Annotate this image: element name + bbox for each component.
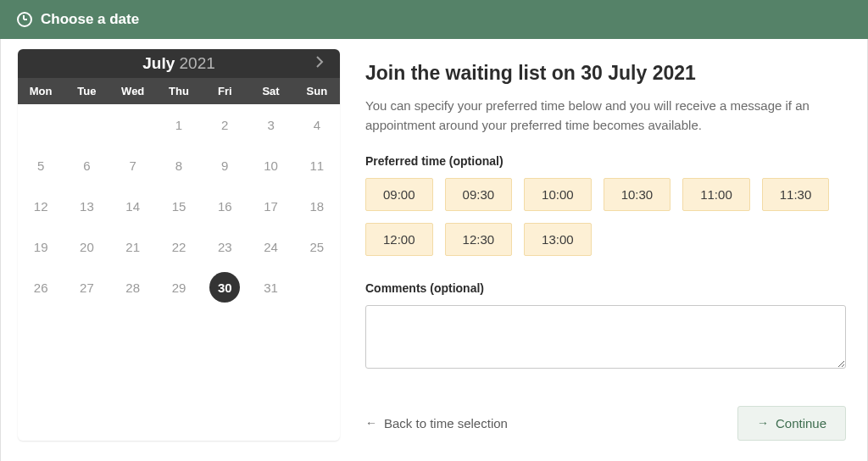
calendar-day-label: 29 xyxy=(172,280,186,295)
continue-button[interactable]: → Continue xyxy=(737,406,846,441)
calendar-weekdays: MonTueWedThuFriSatSun xyxy=(18,78,340,104)
calendar-day-17[interactable]: 17 xyxy=(248,186,293,226)
next-month-button[interactable] xyxy=(316,56,325,71)
calendar-day-label: 16 xyxy=(218,199,232,214)
clock-icon xyxy=(17,12,32,27)
weekday-header: Mon xyxy=(18,78,64,104)
calendar-day-2[interactable]: 2 xyxy=(202,104,248,145)
calendar-day-4[interactable]: 4 xyxy=(294,104,340,145)
calendar-day-31[interactable]: 31 xyxy=(248,267,293,308)
calendar-day-label: 5 xyxy=(37,158,44,173)
weekday-header: Tue xyxy=(64,78,109,104)
continue-button-label: Continue xyxy=(776,416,826,430)
calendar-day-label: 2 xyxy=(221,118,228,132)
calendar-day-label: 19 xyxy=(34,240,48,254)
calendar-day-28[interactable]: 28 xyxy=(110,267,156,308)
calendar-day-20[interactable]: 20 xyxy=(64,226,109,267)
time-option-0930[interactable]: 09:30 xyxy=(445,178,513,211)
calendar-day-26[interactable]: 26 xyxy=(18,267,64,308)
calendar-day-label: 18 xyxy=(310,199,325,214)
page-header: Choose a date xyxy=(0,0,868,39)
chevron-right-icon xyxy=(316,56,325,68)
comments-label: Comments (optional) xyxy=(365,281,846,295)
calendar-day-5[interactable]: 5 xyxy=(18,145,64,186)
calendar-day-label: 13 xyxy=(80,199,94,214)
calendar-day-21[interactable]: 21 xyxy=(110,226,156,267)
time-option-1130[interactable]: 11:30 xyxy=(762,178,830,211)
time-option-1000[interactable]: 10:00 xyxy=(524,178,592,211)
back-link[interactable]: ← Back to time selection xyxy=(365,416,508,430)
calendar-day-label: 27 xyxy=(80,280,94,295)
calendar-day-label: 1 xyxy=(175,118,182,132)
calendar: July 2021 MonTueWedThuFriSatSun 12345678… xyxy=(18,49,340,441)
calendar-day-9[interactable]: 9 xyxy=(202,145,248,186)
back-link-label: Back to time selection xyxy=(384,416,508,430)
calendar-day-label: 20 xyxy=(80,240,94,254)
calendar-day-label: 23 xyxy=(218,240,232,254)
calendar-day-13[interactable]: 13 xyxy=(64,186,109,226)
calendar-day-8[interactable]: 8 xyxy=(156,145,202,186)
calendar-day-27[interactable]: 27 xyxy=(64,267,109,308)
calendar-day-label: 7 xyxy=(130,158,136,173)
time-option-1230[interactable]: 12:30 xyxy=(445,223,513,256)
waiting-list-panel: Join the waiting list on 30 July 2021 Yo… xyxy=(365,49,850,441)
header-title: Choose a date xyxy=(41,11,139,28)
arrow-left-icon: ← xyxy=(365,416,377,430)
calendar-day-label: 6 xyxy=(83,158,90,173)
calendar-day-label: 22 xyxy=(172,240,186,254)
calendar-day-label: 30 xyxy=(209,272,240,303)
calendar-day-label: 11 xyxy=(310,158,325,173)
weekday-header: Sun xyxy=(294,78,340,104)
calendar-day-label: 31 xyxy=(264,280,278,295)
calendar-day-label: 4 xyxy=(314,118,320,132)
calendar-grid: 1234567891011121314151617181920212223242… xyxy=(18,104,340,308)
calendar-day-label: 8 xyxy=(175,158,182,173)
calendar-day-label: 25 xyxy=(310,240,325,254)
calendar-day-7[interactable]: 7 xyxy=(110,145,156,186)
calendar-day-label: 28 xyxy=(125,280,140,295)
weekday-header: Thu xyxy=(156,78,202,104)
time-option-1300[interactable]: 13:00 xyxy=(524,223,592,256)
calendar-day-14[interactable]: 14 xyxy=(110,186,156,226)
weekday-header: Sat xyxy=(248,78,293,104)
action-row: ← Back to time selection → Continue xyxy=(365,406,846,441)
calendar-day-25[interactable]: 25 xyxy=(294,226,340,267)
calendar-day-22[interactable]: 22 xyxy=(156,226,202,267)
page: Choose a date July 2021 MonTueWedThuFriS… xyxy=(0,0,868,461)
calendar-day-24[interactable]: 24 xyxy=(248,226,293,267)
time-option-1030[interactable]: 10:30 xyxy=(604,178,671,211)
calendar-day-12[interactable]: 12 xyxy=(18,186,64,226)
calendar-day-label: 3 xyxy=(267,118,274,132)
weekday-header: Fri xyxy=(202,78,248,104)
calendar-day-1[interactable]: 1 xyxy=(156,104,202,145)
calendar-day-3[interactable]: 3 xyxy=(248,104,293,145)
calendar-day-15[interactable]: 15 xyxy=(156,186,202,226)
time-option-0900[interactable]: 09:00 xyxy=(365,178,433,211)
waiting-list-description: You can specify your preferred time belo… xyxy=(365,96,846,136)
calendar-day-label: 10 xyxy=(264,158,278,173)
calendar-day-label: 24 xyxy=(264,240,278,254)
content: July 2021 MonTueWedThuFriSatSun 12345678… xyxy=(0,39,868,461)
calendar-day-16[interactable]: 16 xyxy=(202,186,248,226)
calendar-day-11[interactable]: 11 xyxy=(294,145,340,186)
calendar-day-18[interactable]: 18 xyxy=(294,186,340,226)
calendar-day-label: 15 xyxy=(172,199,186,214)
calendar-day-label: 12 xyxy=(34,199,48,214)
weekday-header: Wed xyxy=(110,78,156,104)
calendar-day-label: 26 xyxy=(34,280,48,295)
time-option-1200[interactable]: 12:00 xyxy=(365,223,433,256)
calendar-day-29[interactable]: 29 xyxy=(156,267,202,308)
comments-input[interactable] xyxy=(365,305,846,369)
calendar-day-30[interactable]: 30 xyxy=(202,267,248,308)
calendar-day-label: 17 xyxy=(264,199,278,214)
calendar-day-23[interactable]: 23 xyxy=(202,226,248,267)
calendar-day-label: 9 xyxy=(221,158,228,173)
calendar-month: July xyxy=(142,54,175,72)
calendar-day-19[interactable]: 19 xyxy=(18,226,64,267)
waiting-list-title: Join the waiting list on 30 July 2021 xyxy=(365,62,846,85)
calendar-day-6[interactable]: 6 xyxy=(64,145,109,186)
time-option-1100[interactable]: 11:00 xyxy=(682,178,750,211)
calendar-day-10[interactable]: 10 xyxy=(248,145,293,186)
preferred-time-options: 09:0009:3010:0010:3011:0011:3012:0012:30… xyxy=(365,178,846,256)
calendar-year: 2021 xyxy=(180,54,215,72)
